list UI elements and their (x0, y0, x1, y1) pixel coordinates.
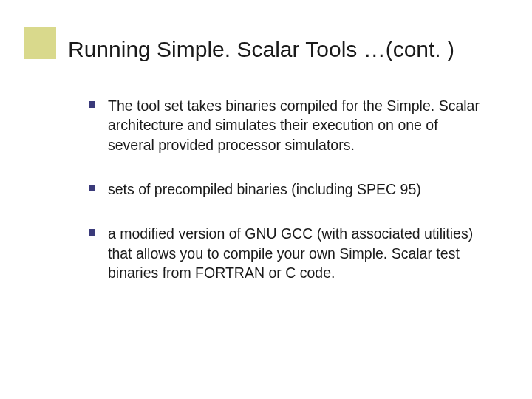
slide-body: The tool set takes binaries compiled for… (89, 96, 488, 307)
list-item: The tool set takes binaries compiled for… (89, 96, 488, 154)
slide: Running Simple. Scalar Tools …(cont. ) T… (0, 0, 532, 399)
list-item: a modified version of GNU GCC (with asso… (89, 224, 488, 282)
list-item: sets of precompiled binaries (including … (89, 180, 488, 199)
bullet-square-icon (89, 185, 95, 191)
slide-title: Running Simple. Scalar Tools …(cont. ) (68, 37, 454, 62)
bullet-list: The tool set takes binaries compiled for… (89, 96, 488, 282)
bullet-square-icon (89, 101, 95, 108)
accent-block (24, 27, 56, 59)
bullet-text: sets of precompiled binaries (including … (108, 181, 421, 197)
bullet-square-icon (89, 229, 95, 236)
bullet-text: a modified version of GNU GCC (with asso… (108, 225, 473, 281)
bullet-text: The tool set takes binaries compiled for… (108, 98, 480, 153)
